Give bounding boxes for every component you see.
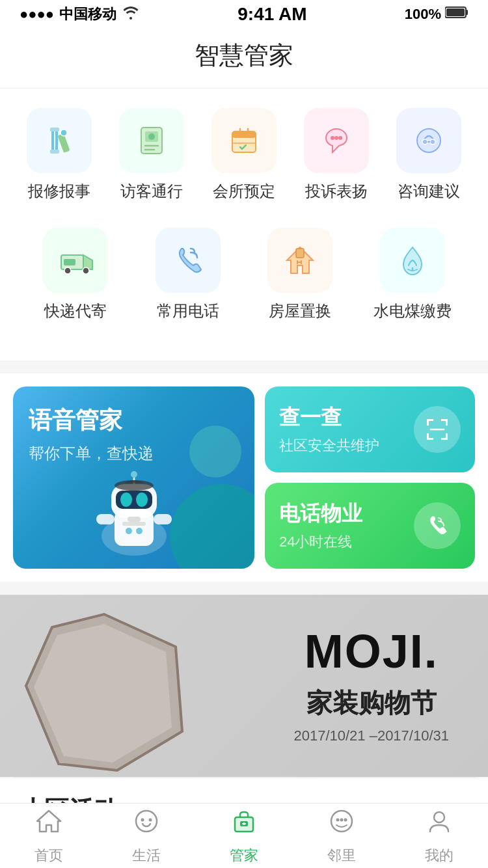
icon-label-phone: 常用电话 (157, 301, 219, 321)
icon-box-utility (380, 228, 445, 293)
svg-point-28 (64, 267, 71, 274)
icon-item-club[interactable]: 会所预定 (202, 108, 286, 202)
visitor-icon (133, 122, 170, 159)
svg-rect-43 (128, 517, 141, 522)
svg-rect-59 (446, 433, 448, 440)
svg-point-74 (340, 818, 344, 821)
search-card-text: 查一查 社区安全共维护 (279, 403, 414, 455)
icon-box-repair (27, 108, 92, 173)
nav-item-life[interactable]: 生活 (104, 807, 189, 865)
svg-rect-45 (154, 514, 172, 524)
svg-rect-32 (296, 249, 304, 258)
phone-call-icon (424, 513, 450, 539)
club-icon (226, 122, 262, 159)
icon-item-consult[interactable]: 咨询建议 (386, 108, 471, 202)
house-icon (282, 242, 318, 278)
icon-label-complaint: 投诉表扬 (305, 181, 368, 202)
svg-point-75 (344, 818, 347, 821)
mine-icon (425, 807, 454, 842)
phone-property-text: 电话物业 24小时在线 (279, 500, 414, 552)
icon-grid-container: 报修报事 访客通行 (13, 108, 475, 221)
nav-item-manager[interactable]: 管家 (202, 807, 286, 865)
icon-item-house[interactable]: 房屋置换 (248, 228, 352, 321)
svg-point-47 (131, 471, 137, 478)
icon-item-utility[interactable]: 水电煤缴费 (360, 228, 465, 321)
nav-item-neighbor[interactable]: 邻里 (299, 807, 384, 865)
banner-subtitle: 家装购物节 (293, 685, 449, 721)
search-card[interactable]: 查一查 社区安全共维护 (265, 387, 475, 472)
section-divider-1 (0, 360, 488, 373)
feature-cards-section: 语音管家 帮你下单，查快递 (0, 373, 488, 582)
phone-property-card[interactable]: 电话物业 24小时在线 (265, 483, 475, 569)
carrier-name: 中国移动 (59, 5, 116, 24)
search-card-subtitle: 社区安全共维护 (279, 436, 414, 455)
battery-icon (445, 6, 468, 23)
status-bar: ●●●● 中国移动 9:41 AM 100% (0, 0, 488, 29)
svg-point-42 (136, 493, 148, 507)
svg-rect-57 (427, 433, 429, 440)
icon-item-phone[interactable]: 常用电话 (136, 228, 240, 321)
svg-rect-1 (466, 10, 468, 15)
svg-rect-15 (232, 131, 256, 138)
icon-item-complaint[interactable]: 投诉表扬 (294, 108, 379, 202)
icon-box-house (267, 228, 332, 293)
svg-rect-55 (446, 419, 448, 426)
phone-property-title: 电话物业 (279, 500, 414, 528)
icon-label-consult: 咨询建议 (398, 181, 460, 202)
search-card-icon (414, 406, 461, 453)
icon-box-complaint (304, 108, 369, 173)
nav-label-home: 首页 (34, 846, 63, 865)
icon-label-club: 会所预定 (213, 181, 275, 202)
icon-item-repair[interactable]: 报修报事 (17, 108, 102, 202)
icon-label-house: 房屋置换 (269, 301, 331, 321)
nav-label-manager: 管家 (230, 846, 258, 865)
card-deco-circle2 (189, 426, 241, 478)
svg-point-65 (141, 818, 144, 821)
svg-point-19 (331, 136, 334, 140)
icon-label-utility: 水电煤缴费 (373, 301, 452, 321)
icon-box-phone (156, 228, 221, 293)
svg-point-13 (148, 133, 155, 140)
section-divider-2 (0, 582, 488, 595)
nav-item-mine[interactable]: 我的 (397, 807, 481, 865)
icon-grid-row2: 快递代寄 常用电话 房屋置换 (0, 228, 488, 360)
icon-box-consult (396, 108, 461, 173)
nav-label-life: 生活 (132, 846, 161, 865)
svg-point-8 (61, 129, 67, 136)
svg-point-24 (430, 139, 435, 144)
robot-figure (75, 452, 193, 569)
svg-point-66 (149, 818, 152, 821)
mirror-shape-svg (20, 608, 189, 777)
home-icon (34, 807, 63, 842)
svg-rect-6 (50, 150, 59, 154)
icon-item-express[interactable]: 快递代寄 (23, 228, 128, 321)
icon-label-repair: 报修报事 (28, 181, 90, 202)
status-carrier: ●●●● 中国移动 (20, 5, 140, 24)
svg-rect-48 (122, 522, 146, 526)
svg-marker-63 (37, 811, 61, 832)
svg-point-20 (334, 136, 338, 140)
phone-property-icon (414, 502, 461, 549)
svg-rect-5 (50, 128, 59, 131)
svg-point-73 (336, 818, 340, 821)
page-title-text: 智慧管家 (195, 42, 293, 69)
svg-rect-30 (64, 259, 75, 265)
repair-icon (41, 122, 77, 159)
banner-shape (20, 608, 189, 777)
neighbor-icon (327, 807, 356, 842)
banner-section[interactable]: MOJI. 家装购物节 2017/10/21 –2017/10/31 (0, 595, 488, 777)
nav-label-mine: 我的 (425, 846, 454, 865)
express-icon (57, 242, 94, 278)
icon-label-express: 快递代寄 (44, 301, 107, 321)
page-title: 智慧管家 (0, 29, 488, 88)
robot-svg (75, 452, 193, 569)
svg-point-50 (136, 528, 142, 534)
nav-item-home[interactable]: 首页 (7, 807, 91, 865)
utility-icon (394, 242, 431, 278)
manager-icon (230, 807, 258, 842)
scan-icon (424, 416, 450, 442)
icon-item-visitor[interactable]: 访客通行 (109, 108, 194, 202)
voice-assistant-card[interactable]: 语音管家 帮你下单，查快递 (13, 387, 254, 569)
battery-percent: 100% (405, 6, 441, 23)
bottom-nav: 首页 生活 管家 (0, 803, 488, 868)
